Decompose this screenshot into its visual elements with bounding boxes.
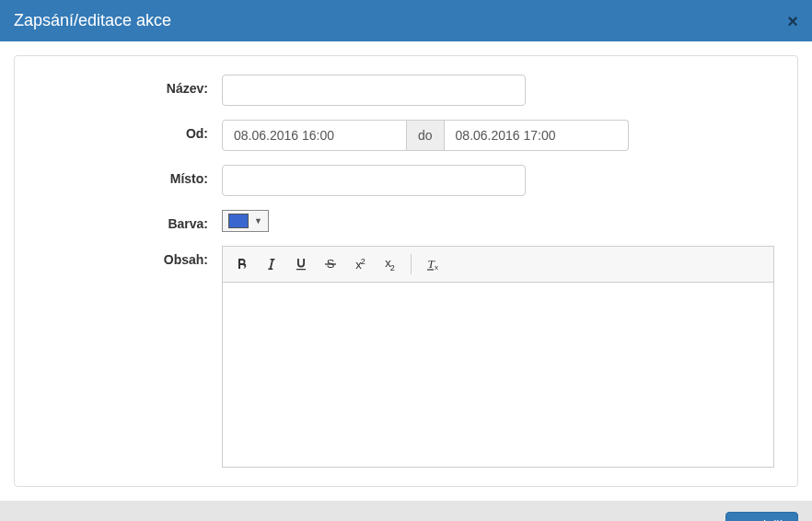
modal-title: Zapsání/editace akce [14,11,171,30]
rich-text-editor: S x2 x2 T [222,246,774,468]
subscript-icon: x2 [385,256,394,272]
event-edit-modal: Zapsání/editace akce × Název: Od: do [0,0,812,521]
modal-header: Zapsání/editace akce × [0,0,812,41]
content-label: Obsah: [38,246,222,468]
color-picker[interactable]: ▼ [222,210,269,232]
strikethrough-icon: S [323,257,338,272]
editor-toolbar: S x2 x2 T [223,247,773,283]
row-content: Obsah: [38,246,774,468]
toolbar-separator [411,254,412,274]
content-textarea[interactable] [223,283,773,467]
datetime-range: do [222,120,526,151]
superscript-icon: x2 [355,257,365,272]
chevron-down-icon: ▼ [254,216,262,226]
from-input[interactable] [222,120,407,151]
subscript-button[interactable]: x2 [376,250,403,278]
bold-button[interactable] [228,250,256,278]
form-panel: Název: Od: do Místo: [14,55,798,487]
color-label: Barva: [38,210,222,232]
row-place: Místo: [38,165,774,196]
modal-footer: Uložit [0,501,812,521]
italic-button[interactable] [258,250,285,278]
row-color: Barva: ▼ [38,210,774,232]
from-label: Od: [38,120,222,151]
name-input[interactable] [222,75,526,106]
underline-button[interactable] [287,250,315,278]
place-input[interactable] [222,165,526,196]
modal-body: Název: Od: do Místo: [0,41,812,501]
clear-format-button[interactable]: T x [419,250,447,278]
bold-icon [235,257,249,272]
to-input[interactable] [445,120,629,151]
name-label: Název: [38,75,222,106]
color-swatch [228,214,249,228]
svg-text:x: x [435,263,438,272]
range-separator: do [407,120,445,151]
clear-format-icon: T x [425,257,440,272]
row-from-to: Od: do [38,120,774,151]
superscript-button[interactable]: x2 [346,250,374,278]
underline-icon [294,257,308,272]
strike-button[interactable]: S [317,250,344,278]
close-icon[interactable]: × [787,12,798,30]
row-name: Název: [38,75,774,106]
save-button[interactable]: Uložit [725,512,798,521]
italic-icon [264,257,279,272]
place-label: Místo: [38,165,222,196]
